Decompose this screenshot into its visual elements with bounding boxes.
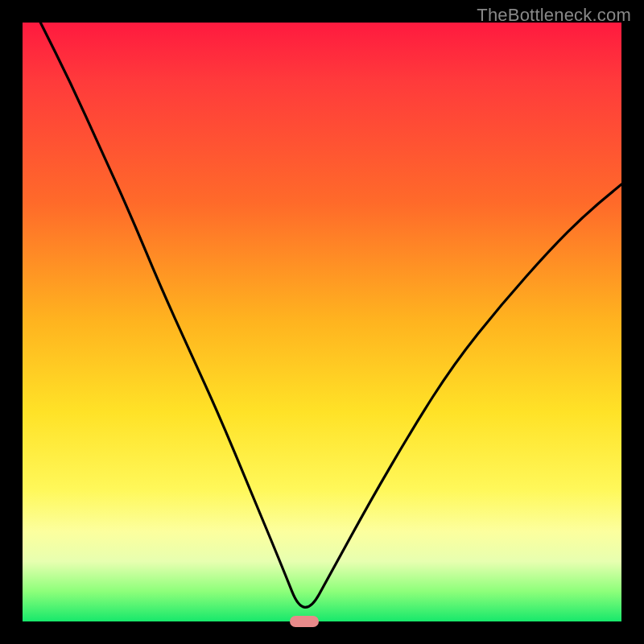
minimum-marker bbox=[290, 616, 319, 627]
chart-frame: TheBottleneck.com bbox=[0, 0, 644, 644]
plot-area bbox=[23, 23, 621, 621]
bottleneck-curve bbox=[23, 23, 621, 621]
watermark-text: TheBottleneck.com bbox=[477, 5, 631, 26]
